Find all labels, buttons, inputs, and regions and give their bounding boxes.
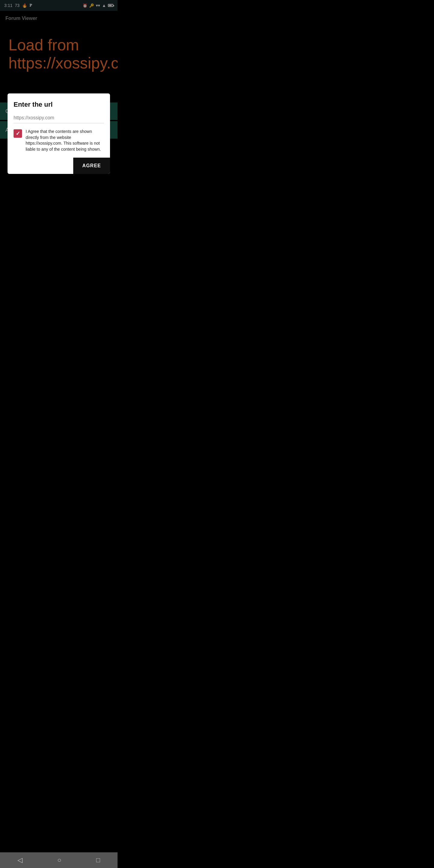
checkmark-icon: ✓ xyxy=(16,130,20,137)
agree-checkbox[interactable]: ✓ xyxy=(13,129,22,138)
dialog-title: Enter the url xyxy=(13,101,104,108)
agreement-row: ✓ I Agree that the contents are shown di… xyxy=(13,129,104,152)
dialog-overlay: Enter the url ✓ I Agree that the content… xyxy=(0,0,118,254)
dialog: Enter the url ✓ I Agree that the content… xyxy=(7,93,110,174)
url-input[interactable] xyxy=(13,114,104,123)
agree-button[interactable]: AGREE xyxy=(73,158,110,174)
agreement-text: I Agree that the contents are shown dire… xyxy=(26,129,104,152)
dialog-actions: AGREE xyxy=(7,158,110,174)
